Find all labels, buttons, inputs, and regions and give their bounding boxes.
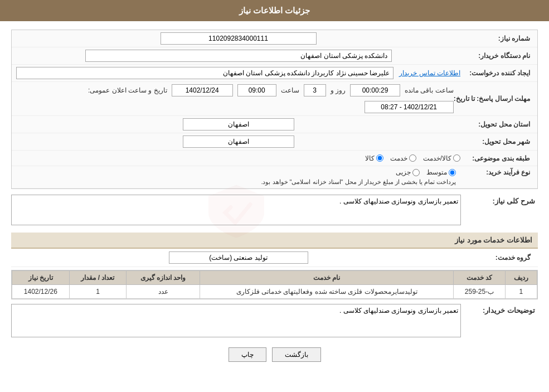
subject-radio-group: کالا/خدمت خدمت کالا [16, 154, 460, 162]
creator-label: ایجاد کننده درخواست: [460, 69, 533, 77]
buyer-desc-label: توضیحات خریدار: [465, 304, 538, 314]
page-title: جزئیات اطلاعات نیاز [239, 6, 310, 15]
purchase-type-radio-motavasset[interactable] [449, 169, 456, 176]
subject-label: طبقه بندی موضوعی: [460, 154, 533, 162]
print-button[interactable]: چاپ [229, 347, 266, 362]
services-section-title: اطلاعات خدمات مورد نیاز [455, 236, 532, 244]
cell-quantity: 1 [69, 285, 127, 299]
purchase-type-option-1[interactable]: جزیی [396, 168, 420, 176]
subject-option-2[interactable]: خدمت [390, 154, 416, 162]
remaining-time-input[interactable] [350, 84, 400, 96]
subject-radio-kala[interactable] [376, 154, 383, 162]
subject-radio-kala-khedmat[interactable] [453, 154, 460, 162]
service-group-input[interactable] [169, 251, 308, 264]
service-group-row: گروه خدمت: [11, 249, 538, 267]
creator-input[interactable] [16, 67, 393, 79]
cell-unit: عدد [127, 285, 200, 299]
table-header-row: ردیف کد خدمت نام خدمت واحد اندازه گیری ت… [12, 271, 537, 285]
subject-row: طبقه بندی موضوعی: کالا/خدمت خدمت [12, 151, 537, 166]
general-desc-label: شرح کلی نیاز: [465, 195, 538, 205]
dates-row: مهلت ارسال پاسخ: تا تاریخ: ساعت باقی مان… [12, 82, 537, 116]
general-desc-section: شرح کلی نیاز: تعمیر بازسازی ونوسازی صندل… [11, 195, 538, 227]
subject-option-3[interactable]: کالا/خدمت [423, 154, 460, 162]
subject-option-1[interactable]: کالا [365, 154, 383, 162]
service-group-label: گروه خدمت: [461, 254, 533, 262]
creator-row: ایجاد کننده درخواست: اطلاعات تماس خریدار [12, 65, 537, 82]
need-number-row: شماره نیاز: [12, 30, 537, 47]
main-info-section: شماره نیاز: نام دستگاه خریدار: ایجاد کنن… [11, 30, 538, 189]
col-date: تاریخ نیاز [12, 271, 70, 285]
delivery-city-label: شهر محل تحویل: [460, 138, 533, 146]
delivery-city-row: شهر محل تحویل: [12, 133, 537, 151]
announce-date-input[interactable] [365, 101, 454, 113]
delivery-province-input[interactable] [183, 118, 294, 130]
need-number-label: شماره نیاز: [460, 35, 533, 42]
purchase-type-row: نوع فرآیند خرید: متوسط جزیی پرداخت تمام … [12, 166, 537, 188]
services-section-header: اطلاعات خدمات مورد نیاز [11, 233, 538, 249]
buyer-desc-textarea[interactable]: تعمیر بازسازی ونوسازی صندلیهای کلاسی . [11, 304, 461, 337]
buyer-org-input[interactable] [85, 50, 392, 62]
table-body: 1 ب-25-259 تولیدسایرمحصولات فلزی ساخته ش… [12, 285, 537, 299]
col-service-code: کد خدمت [454, 271, 505, 285]
page-header: جزئیات اطلاعات نیاز [0, 0, 549, 21]
need-number-input[interactable] [161, 32, 317, 45]
cell-row-num: 1 [505, 285, 537, 299]
delivery-city-input[interactable] [183, 135, 294, 148]
purchase-type-radio-jozi[interactable] [412, 169, 420, 176]
general-desc-textarea[interactable]: تعمیر بازسازی ونوسازی صندلیهای کلاسی . [11, 195, 461, 225]
cell-date: 1402/12/26 [12, 285, 70, 299]
buyer-org-label: نام دستگاه خریدار: [460, 52, 533, 60]
send-deadline-label: مهلت ارسال پاسخ: تا تاریخ: [454, 95, 533, 103]
announce-date-label: تاریخ و ساعت اعلان عمومی: [88, 86, 167, 94]
response-time-input[interactable] [237, 84, 276, 96]
purchase-type-option-2[interactable]: متوسط [426, 168, 456, 176]
col-service-name: نام خدمت [200, 271, 454, 285]
col-row-num: ردیف [505, 271, 537, 285]
col-unit: واحد اندازه گیری [127, 271, 200, 285]
buyer-org-row: نام دستگاه خریدار: [12, 47, 537, 65]
back-button[interactable]: بازگشت [272, 347, 321, 362]
creator-contact-link[interactable]: اطلاعات تماس خریدار [399, 69, 460, 77]
delivery-province-row: استان محل تحویل: [12, 116, 537, 133]
cell-service-name: تولیدسایرمحصولات فلزی ساخته شده وفعالیته… [200, 285, 454, 299]
button-row: بازگشت چاپ [11, 347, 538, 362]
response-date-input[interactable] [172, 84, 233, 96]
table-row: 1 ب-25-259 تولیدسایرمحصولات فلزی ساخته ش… [12, 285, 537, 299]
cell-service-code: ب-25-259 [454, 285, 505, 299]
remaining-label: ساعت باقی مانده [405, 86, 454, 94]
services-table-wrapper: ردیف کد خدمت نام خدمت واحد اندازه گیری ت… [11, 270, 538, 299]
purchase-type-label: نوع فرآیند خرید: [460, 168, 533, 176]
remaining-days-input[interactable] [304, 84, 326, 96]
delivery-province-label: استان محل تحویل: [460, 120, 533, 128]
table-header: ردیف کد خدمت نام خدمت واحد اندازه گیری ت… [12, 271, 537, 285]
purchase-type-note: پرداخت تمام یا بخشی از مبلغ خریدار از مح… [16, 178, 456, 186]
col-quantity: تعداد / مقدار [69, 271, 127, 285]
services-table: ردیف کد خدمت نام خدمت واحد اندازه گیری ت… [12, 270, 537, 299]
subject-radio-khedmat[interactable] [409, 154, 416, 162]
buyer-desc-section: توضیحات خریدار: تعمیر بازسازی ونوسازی صن… [11, 304, 538, 339]
